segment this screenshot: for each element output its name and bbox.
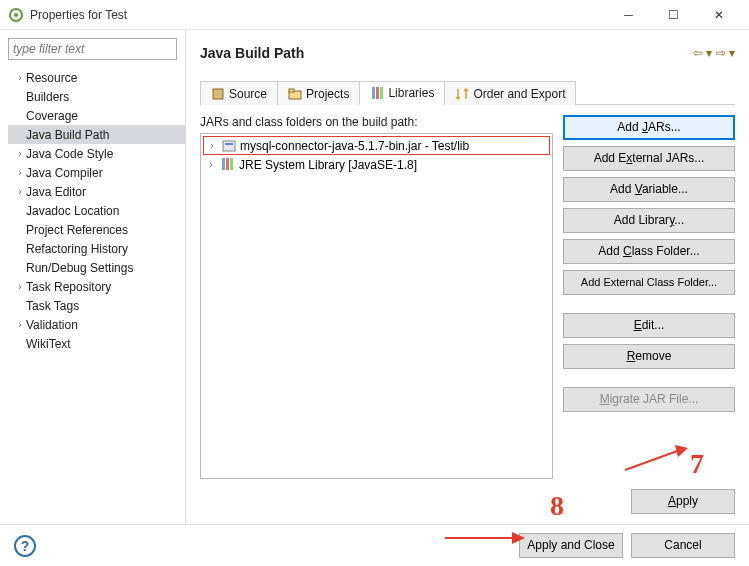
apply-button[interactable]: Apply — [631, 489, 735, 514]
add-class-folder-button[interactable]: Add Class Folder... — [563, 239, 735, 264]
svg-rect-10 — [222, 158, 225, 170]
sidebar-item-java-editor[interactable]: ›Java Editor — [8, 182, 185, 201]
sidebar-item-java-build-path[interactable]: Java Build Path — [8, 125, 185, 144]
add-external-class-folder-button[interactable]: Add External Class Folder... — [563, 270, 735, 295]
help-icon[interactable]: ? — [14, 535, 36, 557]
properties-icon — [8, 7, 24, 23]
button-column: Add JARs... Add External JARs... Add Var… — [563, 115, 735, 479]
svg-rect-2 — [213, 89, 223, 99]
svg-rect-12 — [230, 158, 233, 170]
window-title: Properties for Test — [30, 8, 606, 22]
svg-rect-7 — [380, 87, 383, 99]
jar-item[interactable]: ›JRE System Library [JavaSE-1.8] — [203, 155, 550, 174]
sidebar-item-run-debug-settings[interactable]: Run/Debug Settings — [8, 258, 185, 277]
sidebar-item-refactoring-history[interactable]: Refactoring History — [8, 239, 185, 258]
sidebar-item-resource[interactable]: ›Resource — [8, 68, 185, 87]
sidebar-item-validation[interactable]: ›Validation — [8, 315, 185, 334]
sidebar-item-builders[interactable]: Builders — [8, 87, 185, 106]
edit-button[interactable]: Edit... — [563, 313, 735, 338]
jar-list[interactable]: ›mysql-connector-java-5.1.7-bin.jar - Te… — [200, 133, 553, 479]
svg-point-1 — [14, 13, 18, 17]
add-library-button[interactable]: Add Library... — [563, 208, 735, 233]
libraries-icon — [370, 86, 384, 100]
add-variable-button[interactable]: Add Variable... — [563, 177, 735, 202]
minimize-button[interactable]: ─ — [606, 0, 651, 30]
footer: ? Apply and Close Cancel — [0, 524, 749, 566]
svg-rect-8 — [223, 141, 235, 151]
sidebar-item-coverage[interactable]: Coverage — [8, 106, 185, 125]
svg-rect-9 — [225, 143, 233, 145]
sidebar-item-java-code-style[interactable]: ›Java Code Style — [8, 144, 185, 163]
jar-icon — [221, 138, 237, 154]
close-button[interactable]: ✕ — [696, 0, 741, 30]
apply-close-button[interactable]: Apply and Close — [519, 533, 623, 558]
svg-rect-4 — [289, 89, 294, 92]
jre-icon — [220, 157, 236, 173]
tab-order-and-export[interactable]: Order and Export — [444, 81, 576, 105]
title-bar: Properties for Test ─ ☐ ✕ — [0, 0, 749, 30]
sidebar-item-wikitext[interactable]: WikiText — [8, 334, 185, 353]
tab-libraries[interactable]: Libraries — [359, 81, 445, 105]
tab-bar: SourceProjectsLibrariesOrder and Export — [200, 80, 735, 105]
nav-arrows[interactable]: ⇦ ▾ ⇨ ▾ — [693, 46, 735, 60]
content-area: Java Build Path ⇦ ▾ ⇨ ▾ SourceProjectsLi… — [186, 30, 749, 524]
sidebar: ›ResourceBuildersCoverageJava Build Path… — [0, 30, 186, 524]
sidebar-item-java-compiler[interactable]: ›Java Compiler — [8, 163, 185, 182]
sidebar-item-project-references[interactable]: Project References — [8, 220, 185, 239]
category-tree[interactable]: ›ResourceBuildersCoverageJava Build Path… — [0, 68, 185, 353]
page-title: Java Build Path — [200, 45, 693, 61]
cancel-button[interactable]: Cancel — [631, 533, 735, 558]
add-external-jars-button[interactable]: Add External JARs... — [563, 146, 735, 171]
projects-icon — [288, 87, 302, 101]
sidebar-item-javadoc-location[interactable]: Javadoc Location — [8, 201, 185, 220]
jar-list-label: JARs and class folders on the build path… — [200, 115, 553, 129]
svg-rect-11 — [226, 158, 229, 170]
source-icon — [211, 87, 225, 101]
sidebar-item-task-repository[interactable]: ›Task Repository — [8, 277, 185, 296]
tab-projects[interactable]: Projects — [277, 81, 360, 105]
jar-item[interactable]: ›mysql-connector-java-5.1.7-bin.jar - Te… — [203, 136, 550, 155]
add-jars-button[interactable]: Add JARs... — [563, 115, 735, 140]
sidebar-item-task-tags[interactable]: Task Tags — [8, 296, 185, 315]
tab-source[interactable]: Source — [200, 81, 278, 105]
svg-rect-5 — [372, 87, 375, 99]
order-icon — [455, 87, 469, 101]
filter-input[interactable] — [8, 38, 177, 60]
maximize-button[interactable]: ☐ — [651, 0, 696, 30]
migrate-button: Migrate JAR File... — [563, 387, 735, 412]
remove-button[interactable]: Remove — [563, 344, 735, 369]
svg-rect-6 — [376, 87, 379, 99]
